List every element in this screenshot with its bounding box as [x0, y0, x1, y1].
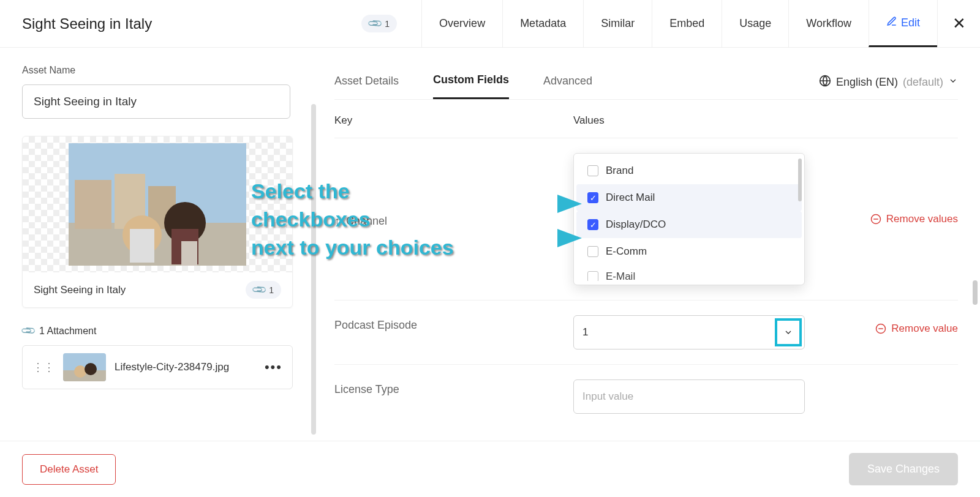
kv-header: Key Values: [334, 100, 958, 138]
topbar: Sight Seeing in Italy 📎 1 Overview Metad…: [0, 0, 980, 48]
svg-rect-6: [130, 229, 154, 263]
arrow-up-icon: ↑: [334, 215, 340, 228]
svg-point-13: [85, 363, 97, 375]
save-changes-button[interactable]: Save Changes: [849, 453, 958, 485]
language-label: English (EN): [836, 76, 898, 89]
globe-icon: [819, 75, 831, 90]
chevron-down-icon: [948, 76, 958, 89]
attachment-count: 1: [385, 19, 390, 29]
footer: Delete Asset Save Changes: [0, 441, 980, 497]
tab-bar: Overview Metadata Similar Embed Usage Wo…: [421, 0, 937, 47]
subtab-bar: Asset Details Custom Fields Advanced Eng…: [334, 65, 958, 100]
remove-icon: [875, 323, 886, 334]
license-input[interactable]: Input value: [573, 379, 805, 414]
checkbox[interactable]: [587, 246, 598, 257]
row-license: License Type Input value: [334, 365, 958, 414]
attachment-row[interactable]: ⋮⋮ Lifestyle-City-238479.jpg •••: [22, 345, 293, 389]
paperclip-icon: 📎: [367, 15, 384, 32]
asset-name-label: Asset Name: [22, 65, 290, 76]
svg-rect-2: [75, 180, 111, 229]
right-panel: Asset Details Custom Fields Advanced Eng…: [312, 48, 980, 441]
column-key: Key: [334, 114, 573, 127]
key-podcast: Podcast Episode: [334, 315, 573, 332]
podcast-dropdown-toggle[interactable]: [775, 318, 802, 346]
attachment-thumb: [63, 353, 106, 381]
attachment-count-pill[interactable]: 📎 1: [361, 15, 397, 32]
option-display-dco[interactable]: Display/DCO: [576, 211, 802, 238]
close-icon: ✕: [952, 14, 966, 33]
subtab-custom-fields[interactable]: Custom Fields: [433, 65, 509, 99]
option-brand[interactable]: Brand: [576, 157, 802, 184]
attachment-filename: Lifestyle-City-238479.jpg: [115, 361, 256, 373]
paperclip-icon: 📎: [20, 323, 37, 340]
key-license: License Type: [334, 379, 573, 396]
key-channel: ↑ Channel: [334, 211, 573, 228]
subtab-asset-details[interactable]: Asset Details: [334, 66, 399, 99]
option-direct-mail[interactable]: Direct Mail: [576, 184, 802, 211]
drag-handle-icon[interactable]: ⋮⋮: [32, 362, 55, 373]
tab-usage[interactable]: Usage: [722, 0, 788, 47]
tab-embed[interactable]: Embed: [652, 0, 722, 47]
delete-asset-button[interactable]: Delete Asset: [22, 454, 116, 485]
edit-icon: [886, 16, 897, 30]
svg-rect-9: [181, 241, 197, 266]
svg-point-12: [74, 365, 86, 378]
left-panel: Asset Name Sight Seeing in Italy: [0, 48, 312, 441]
column-values: Values: [573, 114, 958, 127]
tab-overview[interactable]: Overview: [421, 0, 502, 47]
tab-metadata[interactable]: Metadata: [502, 0, 583, 47]
remove-values-link[interactable]: Remove values: [870, 213, 958, 225]
podcast-select[interactable]: 1: [573, 315, 805, 349]
dropdown-scrollbar[interactable]: [798, 159, 802, 201]
remove-value-link[interactable]: Remove value: [875, 323, 958, 335]
asset-name-input[interactable]: [22, 84, 290, 119]
more-menu-icon[interactable]: •••: [265, 359, 282, 375]
row-channel: ↑ Channel Brand Direct Mail Display/DCO: [334, 138, 958, 301]
checkbox[interactable]: [587, 192, 598, 203]
attachments-header: 📎 1 Attachment: [22, 325, 290, 337]
channel-dropdown[interactable]: Brand Direct Mail Display/DCO E-Comm E-M…: [573, 153, 805, 285]
close-button[interactable]: ✕: [937, 0, 980, 47]
subtab-advanced[interactable]: Advanced: [543, 66, 592, 99]
checkbox[interactable]: [587, 219, 598, 230]
thumbnail-badge: 📎 1: [246, 281, 281, 299]
panel-scrollbar[interactable]: [973, 280, 978, 305]
tab-similar[interactable]: Similar: [583, 0, 652, 47]
remove-icon: [870, 214, 881, 225]
option-e-mail[interactable]: E-Mail: [576, 265, 802, 281]
page-title: Sight Seeing in Italy: [22, 15, 152, 32]
tab-workflow[interactable]: Workflow: [788, 0, 869, 47]
thumbnail-title: Sight Seeing in Italy: [34, 284, 126, 296]
tab-edit-label: Edit: [901, 17, 920, 29]
checkbox[interactable]: [587, 271, 598, 281]
checkbox[interactable]: [587, 165, 598, 176]
option-e-comm[interactable]: E-Comm: [576, 238, 802, 265]
tab-edit[interactable]: Edit: [869, 0, 937, 47]
paperclip-icon: 📎: [251, 282, 268, 299]
row-podcast: Podcast Episode 1 Remove value: [334, 301, 958, 365]
thumbnail-area: [23, 136, 292, 272]
thumbnail-card[interactable]: Sight Seeing in Italy 📎 1: [22, 136, 293, 308]
thumbnail-image: [69, 143, 246, 266]
chevron-down-icon: [783, 327, 793, 337]
language-default: (default): [903, 76, 943, 89]
podcast-value: 1: [582, 326, 588, 338]
language-selector[interactable]: English (EN) (default): [819, 75, 958, 90]
